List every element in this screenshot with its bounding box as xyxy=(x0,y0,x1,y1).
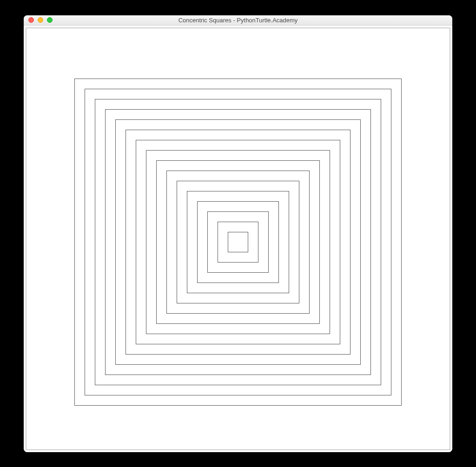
window-title: Concentric Squares - PythonTurtle.Academ… xyxy=(24,17,452,24)
close-button[interactable] xyxy=(28,17,34,23)
concentric-square xyxy=(74,79,402,406)
traffic-lights xyxy=(24,17,53,23)
canvas-wrap xyxy=(24,26,452,452)
minimize-button[interactable] xyxy=(38,17,43,23)
app-window: Concentric Squares - PythonTurtle.Academ… xyxy=(24,15,452,452)
maximize-button[interactable] xyxy=(47,17,53,23)
drawing-canvas xyxy=(26,27,450,450)
titlebar[interactable]: Concentric Squares - PythonTurtle.Academ… xyxy=(24,15,452,26)
